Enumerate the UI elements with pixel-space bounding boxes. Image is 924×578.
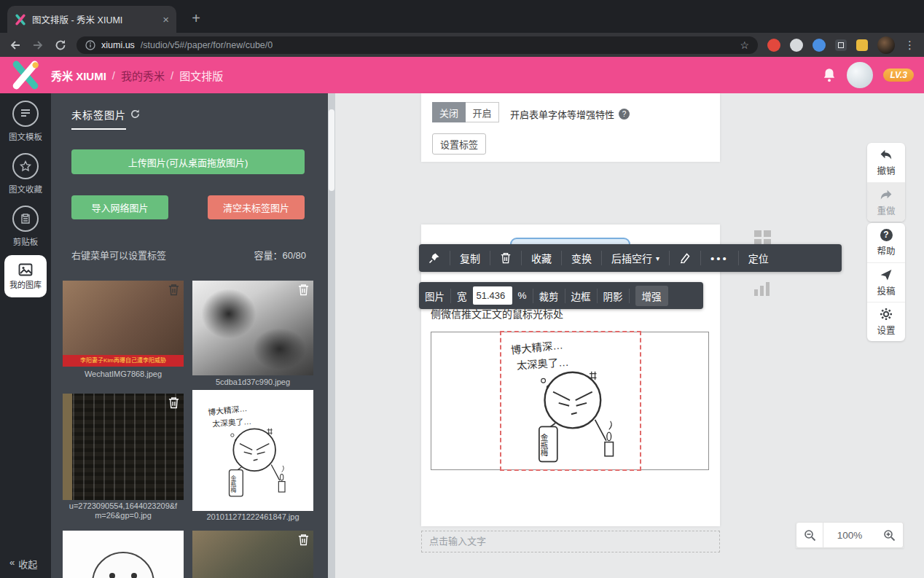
image-thumbnail[interactable]: [192, 531, 313, 578]
screen: 图文排版 - 秀米 XIUMI × + xiumi.us /studio/v5#…: [0, 0, 924, 578]
browser-tabstrip: 图文排版 - 秀米 XIUMI × +: [0, 0, 924, 33]
settings-button[interactable]: 设置: [867, 302, 905, 341]
new-tab-button[interactable]: +: [187, 9, 205, 28]
delete-image-icon[interactable]: [168, 397, 179, 409]
help-icon[interactable]: ?: [619, 109, 630, 120]
upload-image-button[interactable]: 上传图片(可从桌面拖放图片): [71, 149, 305, 174]
zoom-level: 100%: [823, 522, 876, 548]
text-input-placeholder[interactable]: 点击输入文字: [421, 531, 720, 552]
extension-adblock-icon[interactable]: [767, 39, 780, 52]
zoom-out-icon: [804, 529, 816, 542]
browser-tab[interactable]: 图文排版 - 秀米 XIUMI ×: [7, 6, 176, 33]
sidebar-item-label: 我的图库: [9, 278, 42, 290]
sidebar-item-templates[interactable]: 图文模板: [0, 101, 51, 142]
forward-icon[interactable]: [31, 39, 44, 52]
extension-dark-icon[interactable]: [835, 39, 847, 51]
back-icon[interactable]: [9, 39, 22, 52]
bar-chart-icon: [754, 281, 772, 296]
editor-canvas-area: 关闭 开启 开启表单字体等增强特性 ? 设置标签 侧微信推文正文的鼠标光标处 博…: [335, 93, 924, 578]
bookmark-star-icon[interactable]: ☆: [740, 39, 749, 51]
zoom-in-button[interactable]: [876, 522, 904, 548]
news-banner-text: 李阳妻子Kim再曝自己遭李阳威胁: [63, 355, 184, 367]
copy-button[interactable]: 复制: [450, 244, 490, 272]
extension-blue-icon[interactable]: [813, 39, 826, 52]
extension-gray-icon[interactable]: [790, 39, 803, 52]
level-badge: LV.3: [883, 69, 914, 82]
toggle-off-button[interactable]: 关闭: [432, 102, 466, 122]
settings-label: 设置: [877, 323, 895, 337]
image-filename: 5cdba1d37c990.jpeg: [192, 378, 313, 387]
width-input[interactable]: [473, 286, 512, 305]
favorite-button[interactable]: 收藏: [522, 244, 561, 272]
reload-icon[interactable]: [54, 39, 67, 52]
left-sidebar: 图文模板 图文收藏 剪贴板 我的图库 « 收起: [0, 93, 51, 578]
comic-thumbnail-graphic: 博大精深… 太深奥了… 金瓶梅: [202, 396, 304, 505]
app-header: 秀米 XIUMI / 我的秀米 / 图文排版: [0, 57, 924, 93]
refresh-icon[interactable]: [130, 109, 141, 120]
collapse-chevrons-icon: «: [9, 557, 15, 571]
redo-button[interactable]: 重做: [867, 182, 905, 222]
tab-untagged-images[interactable]: 未标签图片: [71, 107, 126, 130]
image-filename: 201011271222461847.jpg: [192, 512, 313, 522]
image-thumbnail[interactable]: 博大精深… 太深奥了… 金瓶梅: [192, 390, 313, 511]
collapse-label: 收起: [18, 557, 37, 571]
tab-title: 图文排版 - 秀米 XIUMI: [32, 12, 157, 26]
delete-image-icon[interactable]: [298, 284, 309, 296]
submit-button[interactable]: 投稿: [867, 262, 905, 302]
more-actions-button[interactable]: •••: [701, 244, 738, 272]
clipboard-icon: [12, 206, 39, 232]
pin-button[interactable]: [419, 244, 450, 272]
zoom-bar: 100%: [796, 522, 904, 548]
delete-image-icon[interactable]: [298, 534, 309, 546]
delete-image-icon[interactable]: [168, 284, 179, 296]
url-field[interactable]: xiumi.us /studio/v5#/paper/for/new/cube/…: [77, 36, 758, 54]
panel-scrollbar[interactable]: [328, 93, 335, 578]
sidebar-item-my-gallery[interactable]: 我的图库: [4, 255, 47, 297]
undo-button[interactable]: 撤销: [867, 143, 905, 182]
set-tag-button[interactable]: 设置标签: [432, 133, 486, 155]
xiumi-logo[interactable]: [10, 60, 41, 90]
help-button[interactable]: ? 帮助: [867, 223, 905, 262]
image-thumbnail[interactable]: 李阳妻子Kim再曝自己遭李阳威胁: [63, 281, 184, 367]
crop-button[interactable]: 裁剪: [533, 282, 565, 309]
paper-plane-icon: [880, 268, 893, 281]
format-brush-button[interactable]: [670, 244, 700, 272]
selected-image[interactable]: 博大精深… 太深奥了… 金瓶梅: [500, 331, 641, 471]
brand-link[interactable]: 秀米 XIUMI: [51, 68, 106, 83]
shadow-button[interactable]: 阴影: [598, 282, 629, 309]
favorites-icon: [12, 153, 39, 179]
breadcrumb-separator: /: [112, 69, 115, 82]
collapse-sidebar-button[interactable]: « 收起: [9, 557, 37, 571]
image-thumbnail[interactable]: [63, 394, 184, 500]
zoom-out-button[interactable]: [796, 522, 823, 548]
site-info-icon[interactable]: [85, 40, 95, 50]
nav-layout-editor[interactable]: 图文排版: [179, 68, 223, 83]
panel-scrollbar-thumb[interactable]: [329, 109, 334, 191]
border-button[interactable]: 边框: [565, 282, 597, 309]
sidebar-item-clipboard[interactable]: 剪贴板: [0, 206, 51, 247]
svg-text:金瓶梅: 金瓶梅: [230, 474, 236, 493]
clear-untagged-button[interactable]: 清空未标签图片: [208, 195, 305, 219]
tab-close-icon[interactable]: ×: [163, 13, 169, 26]
image-filename: WechatIMG7868.jpeg: [63, 370, 184, 379]
browser-menu-icon[interactable]: ⋮: [904, 39, 915, 52]
delete-button[interactable]: [490, 244, 521, 272]
transform-button[interactable]: 变换: [562, 244, 601, 272]
nav-my-xiumi[interactable]: 我的秀米: [121, 68, 165, 83]
svg-text:博大精深…: 博大精深…: [208, 403, 248, 417]
comic-image-graphic: 博大精深… 太深奥了… 金瓶梅: [503, 335, 638, 467]
import-web-image-button[interactable]: 导入网络图片: [71, 195, 168, 219]
image-thumbnail[interactable]: [192, 281, 313, 375]
image-thumbnail[interactable]: [63, 531, 184, 578]
user-avatar[interactable]: [847, 62, 873, 88]
locate-button[interactable]: 定位: [739, 244, 778, 272]
browser-profile-avatar[interactable]: [877, 36, 895, 54]
notification-bell-icon[interactable]: [822, 67, 837, 83]
enhance-button[interactable]: 增强: [630, 282, 674, 309]
toggle-on-button[interactable]: 开启: [466, 102, 499, 122]
brush-icon: [679, 252, 691, 264]
browser-address-bar: xiumi.us /studio/v5#/paper/for/new/cube/…: [0, 33, 924, 57]
sidebar-item-favorites[interactable]: 图文收藏: [0, 153, 51, 195]
insert-blank-after-button[interactable]: 后插空行 ▾: [602, 244, 669, 272]
extension-gold-icon[interactable]: [856, 39, 868, 51]
